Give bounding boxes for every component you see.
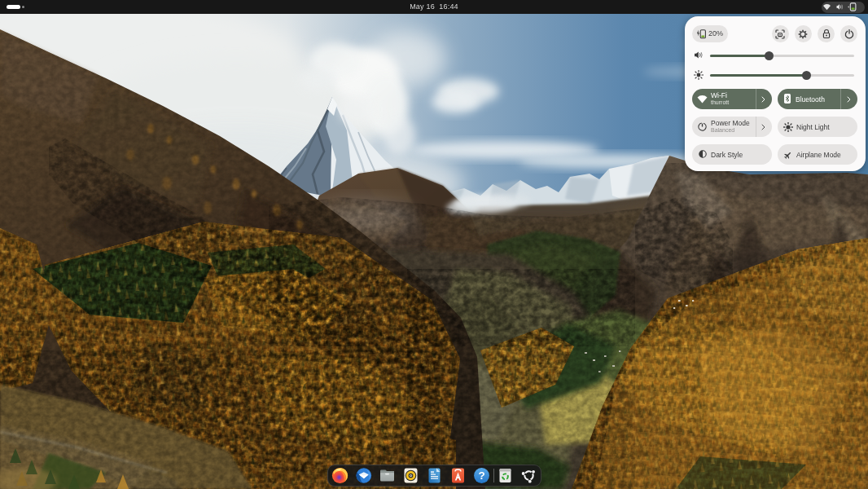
- svg-text:?: ?: [478, 469, 484, 482]
